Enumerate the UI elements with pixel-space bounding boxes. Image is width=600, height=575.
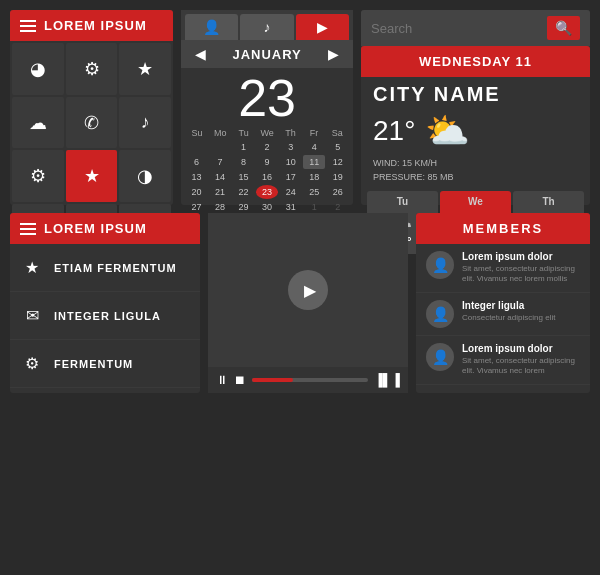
profile-icon: 👤: [203, 19, 220, 35]
cal-days-header: Su Mo Tu We Th Fr Sa: [181, 126, 353, 140]
cal-prev-arrow[interactable]: ◀: [191, 46, 210, 62]
cal-day[interactable]: 19: [326, 170, 349, 184]
cal-day[interactable]: 17: [279, 170, 302, 184]
menu-item-integer[interactable]: ✉ INTEGER LIGULA: [10, 292, 200, 340]
video-pause-button[interactable]: ⏸: [216, 373, 228, 387]
cal-day[interactable]: 1: [303, 200, 326, 214]
cal-day[interactable]: 4: [303, 140, 326, 154]
cal-day[interactable]: 28: [209, 200, 232, 214]
icon-gear2[interactable]: ⚙: [12, 150, 64, 202]
cal-day[interactable]: 20: [185, 185, 208, 199]
icon-music[interactable]: ♪: [119, 97, 171, 149]
video-play-button[interactable]: ▶: [288, 270, 328, 310]
search-button[interactable]: 🔍: [547, 16, 580, 40]
cal-day[interactable]: 22: [232, 185, 255, 199]
tab-music[interactable]: ♪: [240, 14, 293, 40]
calendar-header: ◀ JANUARY ▶: [181, 40, 353, 68]
cal-day[interactable]: 2: [326, 200, 349, 214]
menu-item-etiam[interactable]: ★ ETIAM FERMENTUM: [10, 244, 200, 292]
video-screen: ▶: [208, 213, 408, 367]
search-input[interactable]: [371, 21, 539, 36]
video-stop-button[interactable]: ⏹: [234, 373, 246, 387]
weather-city: CITY NAME: [361, 77, 590, 108]
cal-day[interactable]: 2: [256, 140, 279, 154]
cal-next-arrow[interactable]: ▶: [324, 46, 343, 62]
cal-day[interactable]: 24: [279, 185, 302, 199]
hamburger-icon[interactable]: [20, 20, 36, 32]
cal-today[interactable]: 23: [256, 185, 279, 199]
play-icon: ▶: [317, 19, 328, 35]
weather-details: WIND: 15 KM/H PRESSURE: 85 MB: [361, 154, 590, 187]
icon-panel-title: LOREM IPSUM: [44, 18, 147, 33]
cal-day[interactable]: 6: [185, 155, 208, 169]
icon-star[interactable]: ★: [119, 43, 171, 95]
member-info-1: Lorem ipsum dolor Sit amet, consectetur …: [462, 251, 580, 285]
weather-main: 21° ⛅: [361, 108, 590, 154]
cal-day[interactable]: 5: [326, 140, 349, 154]
cal-day[interactable]: 11: [303, 155, 326, 169]
weather-date-header: WEDNESDAY 11: [361, 46, 590, 77]
members-panel: MEMBERS 👤 Lorem ipsum dolor Sit amet, co…: [416, 213, 590, 393]
member-avatar-1: 👤: [426, 251, 454, 279]
member-item-1[interactable]: 👤 Lorem ipsum dolor Sit amet, consectetu…: [416, 244, 590, 293]
cal-day[interactable]: 25: [303, 185, 326, 199]
menu-panel-header: LOREM IPSUM: [10, 213, 200, 244]
video-progress-fill: [252, 378, 293, 382]
cal-day[interactable]: 16: [256, 170, 279, 184]
icon-cloud[interactable]: ☁: [12, 97, 64, 149]
icon-panel-header: LOREM IPSUM: [10, 10, 173, 41]
cal-day[interactable]: 26: [326, 185, 349, 199]
cal-day[interactable]: [209, 140, 232, 154]
cal-day[interactable]: 10: [279, 155, 302, 169]
member-desc-1: Sit amet, consectetur adipiscing elit. V…: [462, 264, 580, 285]
cal-day[interactable]: 29: [232, 200, 255, 214]
cal-day[interactable]: 27: [185, 200, 208, 214]
forecast-day-label: Tu: [397, 196, 408, 207]
hamburger-icon2[interactable]: [20, 223, 36, 235]
menu-item-fermentum[interactable]: ⚙ FERMENTUM: [10, 340, 200, 388]
cal-day[interactable]: 9: [256, 155, 279, 169]
cal-day[interactable]: 8: [232, 155, 255, 169]
member-item-3[interactable]: 👤 Lorem ipsum dolor Sit amet, consectetu…: [416, 336, 590, 385]
icon-star-red[interactable]: ★: [66, 150, 118, 202]
member-name-3: Lorem ipsum dolor: [462, 343, 580, 354]
cal-day[interactable]: 13: [185, 170, 208, 184]
music-icon: ♪: [264, 19, 271, 35]
search-bar: 🔍: [361, 10, 590, 46]
icon-grid-panel: LOREM IPSUM ◕ ⚙ ★ ☁ ✆ ♪ ⚙ ★ ◑ ♫ ☁ ✉ Lore…: [10, 10, 173, 205]
cal-day[interactable]: 7: [209, 155, 232, 169]
cal-day[interactable]: 21: [209, 185, 232, 199]
menu-item-label: ETIAM FERMENTUM: [54, 262, 177, 274]
tab-profile[interactable]: 👤: [185, 14, 238, 40]
member-avatar-3: 👤: [426, 343, 454, 371]
cal-day[interactable]: 3: [279, 140, 302, 154]
icon-chart[interactable]: ◑: [119, 150, 171, 202]
cal-day[interactable]: 1: [232, 140, 255, 154]
menu-item-label: FERMENTUM: [54, 358, 133, 370]
member-name-1: Lorem ipsum dolor: [462, 251, 580, 262]
icon-gear[interactable]: ⚙: [66, 43, 118, 95]
member-item-2[interactable]: 👤 Integer ligula Consectetur adipiscing …: [416, 293, 590, 336]
icon-pie-chart[interactable]: ◕: [12, 43, 64, 95]
members-header: MEMBERS: [416, 213, 590, 244]
cal-day[interactable]: 14: [209, 170, 232, 184]
mail-menu-icon: ✉: [22, 306, 42, 325]
member-desc-2: Consectetur adipiscing elit: [462, 313, 580, 323]
cal-day[interactable]: 30: [256, 200, 279, 214]
menu-item-label: INTEGER LIGULA: [54, 310, 161, 322]
cal-month-label: JANUARY: [232, 47, 301, 62]
video-controls: ⏸ ⏹ ▐▌▐: [208, 367, 408, 393]
video-progress-bar[interactable]: [252, 378, 368, 382]
cal-day[interactable]: 31: [279, 200, 302, 214]
volume-icon: ▐▌▐: [374, 373, 400, 387]
cal-day[interactable]: [185, 140, 208, 154]
calendar-panel: 👤 ♪ ▶ ◀ JANUARY ▶ 23 Su Mo Tu We Th Fr S…: [181, 10, 353, 205]
cal-day[interactable]: 18: [303, 170, 326, 184]
cal-day[interactable]: 15: [232, 170, 255, 184]
tab-play[interactable]: ▶: [296, 14, 349, 40]
member-name-2: Integer ligula: [462, 300, 580, 311]
icon-phone[interactable]: ✆: [66, 97, 118, 149]
cal-day[interactable]: 12: [326, 155, 349, 169]
menu-panel: LOREM IPSUM ★ ETIAM FERMENTUM ✉ INTEGER …: [10, 213, 200, 393]
member-desc-3: Sit amet, consectetur adipiscing elit. V…: [462, 356, 580, 377]
